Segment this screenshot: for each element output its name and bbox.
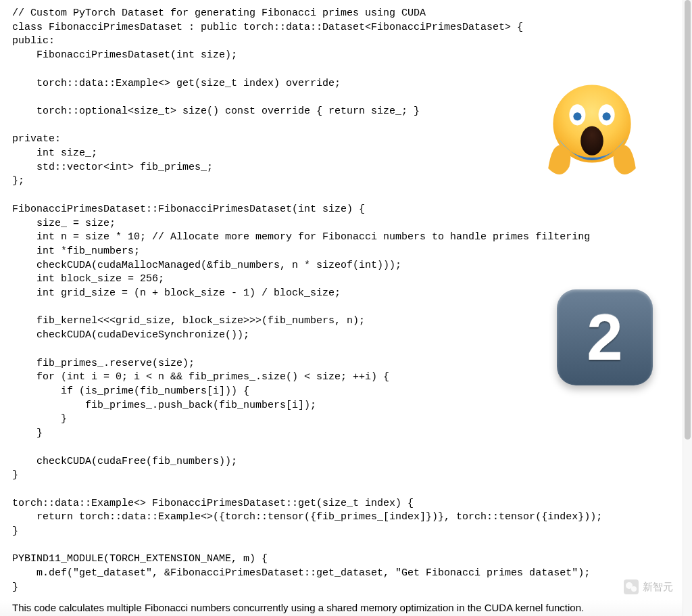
- watermark-text: 新智元: [643, 581, 673, 594]
- bottom-fade: [0, 600, 683, 616]
- number-two-badge: 2: [557, 289, 653, 385]
- svg-point-4: [603, 112, 611, 120]
- wechat-icon: [624, 579, 639, 594]
- vertical-scrollbar[interactable]: [683, 0, 692, 616]
- svg-point-5: [580, 126, 603, 156]
- watermark: 新智元: [624, 578, 673, 596]
- number-two-glyph: 2: [587, 300, 622, 375]
- face-screaming-emoji: [543, 78, 641, 185]
- scrollbar-thumb[interactable]: [685, 0, 691, 440]
- svg-point-3: [573, 112, 581, 120]
